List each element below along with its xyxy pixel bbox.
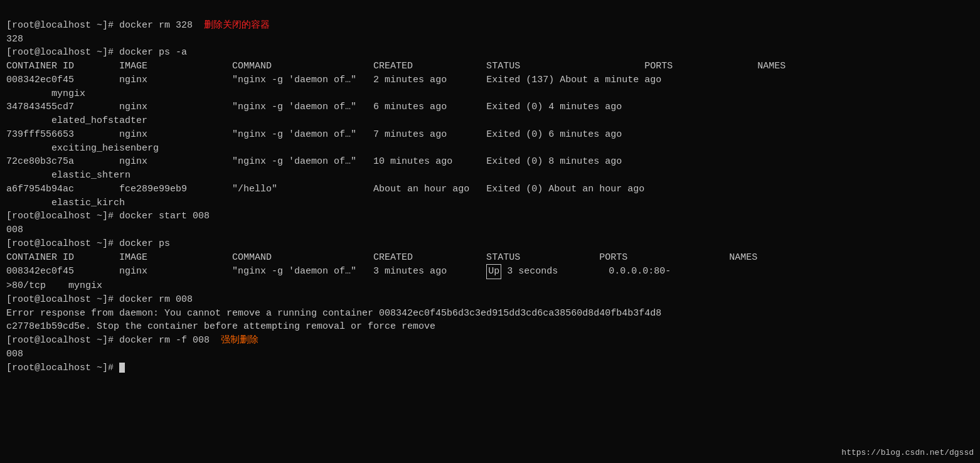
row-1-id: 008342ec0f45 xyxy=(6,75,119,85)
row-1-cmd: "nginx -g 'daemon of…" xyxy=(232,75,373,85)
row-4-id: 72ce80b3c75a xyxy=(6,156,119,167)
line-start-cmd: docker start 008 xyxy=(119,211,210,221)
running-row-id: 008342ec0f45 xyxy=(6,266,119,277)
running-row-created: 3 minutes ago xyxy=(373,266,486,277)
line-rmf-prompt: [root@localhost ~]# xyxy=(6,335,119,346)
error-line1: Error response from daemon: You cannot r… xyxy=(6,308,661,319)
row-4-image: nginx xyxy=(119,156,232,167)
row-5-cmd: "/hello" xyxy=(232,184,373,194)
final-prompt: [root@localhost ~]# xyxy=(6,363,119,373)
line-ps-cmd: docker ps xyxy=(119,238,170,249)
row-3-cmd: "nginx -g 'daemon of…" xyxy=(232,129,373,140)
row-5-id: a6f7954b94ac xyxy=(6,184,119,194)
line-2-output: 328 xyxy=(6,34,23,45)
line-3-prompt: [root@localhost ~]# xyxy=(6,47,119,58)
row-3-status: Exited (0) 6 minutes ago xyxy=(486,129,622,140)
row-3-names: exciting_heisenberg xyxy=(6,143,159,154)
line-start-prompt: [root@localhost ~]# xyxy=(6,211,119,221)
row-3-created: 7 minutes ago xyxy=(373,129,486,140)
row-5-image: fce289e99eb9 xyxy=(119,184,232,194)
annotation-force-delete: 强制删除 xyxy=(221,335,258,346)
annotation-delete-closed: 删除关闭的容器 xyxy=(204,20,270,31)
row-4-created: 10 minutes ago xyxy=(373,156,486,167)
running-row-image: nginx xyxy=(119,266,232,277)
row-3-image: nginx xyxy=(119,129,232,140)
line-ps-header: CONTAINER ID IMAGE COMMAND CREATED STATU… xyxy=(6,252,757,263)
line-rm-cmd: docker rm 008 xyxy=(119,294,193,305)
row-3-id: 739fff556653 xyxy=(6,129,119,140)
running-row-names: myngix xyxy=(68,280,102,291)
row-5-created: About an hour ago xyxy=(373,184,486,194)
row-2-names: elated_hofstadter xyxy=(6,115,147,126)
row-1-created: 2 minutes ago xyxy=(373,75,486,85)
row-4-status: Exited (0) 8 minutes ago xyxy=(486,156,622,167)
running-row-ports: 0.0.0.0:80- xyxy=(609,266,671,277)
url-attribution: https://blog.csdn.net/dgssd xyxy=(841,447,974,459)
row-2-created: 6 minutes ago xyxy=(373,102,486,112)
row-1-status: Exited (137) About a minute ago xyxy=(486,75,661,85)
row-1-image: nginx xyxy=(119,75,232,85)
row-2-cmd: "nginx -g 'daemon of…" xyxy=(232,102,373,112)
line-1-prompt: [root@localhost ~]# xyxy=(6,20,119,31)
line-rmf-cmd: docker rm -f 008 xyxy=(119,335,210,346)
line-1-cmd: docker rm 328 xyxy=(119,20,193,31)
start-output: 008 xyxy=(6,225,23,235)
row-5-status: Exited (0) About an hour ago xyxy=(486,184,644,194)
line-rm-prompt: [root@localhost ~]# xyxy=(6,294,119,305)
rmf-output: 008 xyxy=(6,349,23,359)
row-2-id: 347843455cd7 xyxy=(6,102,119,112)
row-4-names: elastic_shtern xyxy=(6,170,130,181)
row-5-names: elastic_kirch xyxy=(6,198,125,208)
line-4-header: CONTAINER ID IMAGE COMMAND CREATED STATU… xyxy=(6,61,786,72)
running-row-cmd: "nginx -g 'daemon of…" xyxy=(232,266,373,277)
row-2-status: Exited (0) 4 minutes ago xyxy=(486,102,622,112)
line-3-cmd: docker ps -a xyxy=(119,47,187,58)
terminal: [root@localhost ~]# docker rm 328 删除关闭的容… xyxy=(6,5,974,375)
error-line2: c2778e1b59cd5e. Stop the container befor… xyxy=(6,321,435,332)
row-1-names: myngix xyxy=(6,88,85,99)
cursor-block xyxy=(119,363,125,373)
running-status-box: Up 3 seconds xyxy=(486,266,609,277)
running-row-ports2: >80/tcp xyxy=(6,280,68,291)
row-2-image: nginx xyxy=(119,102,232,112)
line-ps-prompt: [root@localhost ~]# xyxy=(6,238,119,249)
row-4-cmd: "nginx -g 'daemon of…" xyxy=(232,156,373,167)
